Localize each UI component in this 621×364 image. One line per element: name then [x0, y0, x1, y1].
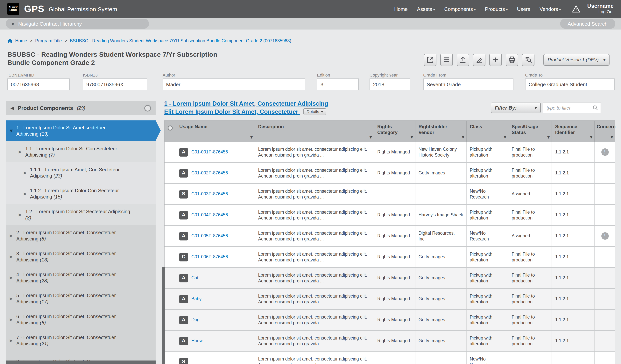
sequence-identifier-cell: 1.1.2.1 [552, 289, 595, 309]
tree-item[interactable]: ▶3 - Lorem Ipsum Dolor Sit Amet, Consect… [6, 246, 155, 267]
field-grade-from: Grade From [423, 73, 514, 90]
table-row: SC01-003P-876456Lorem ipsum dolor sit am… [165, 184, 615, 205]
tree-item[interactable]: ▶1.1.2 - Lorem Ipsum Dolor Con Secteteur… [6, 183, 155, 204]
filter-by-dropdown[interactable]: Filter By: ▼ [491, 103, 541, 113]
sort-icon[interactable]: ▼ [462, 134, 464, 140]
usage-name-link[interactable]: C01-001P-876456 [191, 149, 228, 155]
usage-name-link[interactable]: C01-004P-876456 [191, 212, 228, 218]
upload-button[interactable] [457, 54, 469, 66]
navigate-contract-hierarchy-button[interactable]: ▶ Navigate Contract Hierarchy [6, 19, 149, 29]
usage-name-link[interactable]: Cat [191, 275, 198, 281]
column-header-class[interactable]: Class▼ [466, 121, 509, 142]
usage-name-link[interactable]: Baby [191, 296, 202, 302]
sidebar-horizontal-scrollbar[interactable] [6, 361, 155, 364]
concern-icon[interactable]: ! [601, 148, 608, 156]
isbn13-input[interactable] [83, 79, 147, 90]
nav-item-home[interactable]: Home [394, 6, 408, 12]
add-button[interactable] [489, 54, 502, 66]
copyright-year-input[interactable] [370, 79, 410, 90]
nav-item-users[interactable]: Users [517, 6, 530, 12]
collapse-panel-icon[interactable]: ◀ [11, 106, 14, 111]
sort-icon[interactable]: ▼ [250, 134, 253, 140]
tree-item[interactable]: ▶2 - Lorem Ipsum Dolor Sit Amet, Consect… [6, 225, 155, 246]
column-header-rights-category[interactable]: Rights Category▼ [374, 121, 415, 142]
breadcrumb-link-3[interactable]: BSUBSC - Reading Wonders Student Workspa… [70, 38, 291, 43]
author-input[interactable] [163, 79, 305, 90]
advanced-search-button[interactable]: Advanced Search [560, 19, 615, 29]
tree-item[interactable]: ▶4 - Lorem Ipsum Dolor Sit Amet, Consect… [6, 267, 155, 288]
tree-item[interactable]: ▶6 - Lorem Ipsum Dolor Sit Amet, Consect… [6, 309, 155, 330]
caret-right-icon[interactable]: ▶ [19, 212, 22, 217]
caret-right-icon[interactable]: ▶ [10, 296, 13, 301]
asset-type-badge: A [179, 274, 188, 282]
usage-name-link[interactable]: Horse [191, 338, 203, 344]
description-cell: Lorem ipsum dolor sit amet, consectetur … [255, 268, 374, 288]
description-cell: Lorem ipsum dolor sit amet, consectetur … [255, 184, 374, 204]
usage-name-link[interactable]: Dog [191, 317, 200, 323]
logout-link[interactable]: Log Out [587, 9, 614, 15]
usage-table: Usage Name▼ Description▼ Rights Category… [164, 120, 615, 364]
alert-icon[interactable] [572, 5, 580, 13]
home-icon[interactable] [7, 38, 13, 43]
caret-right-icon[interactable]: ▶ [10, 317, 13, 322]
sort-icon[interactable]: ▼ [370, 134, 372, 140]
isbn10-input[interactable] [7, 79, 70, 90]
list-view-button[interactable] [440, 54, 453, 66]
breadcrumb-link-1[interactable]: Home [15, 38, 27, 43]
caret-right-icon[interactable]: ▶ [10, 254, 13, 259]
caret-right-icon[interactable]: ▶ [10, 275, 13, 280]
column-header-concern[interactable]: Concern▼ [595, 121, 615, 142]
tree-item[interactable]: ▶1.1.1 - Lorem Ipsum Amet, Con Secteteur… [6, 162, 155, 183]
column-header-description[interactable]: Description▼ [255, 121, 374, 142]
caret-right-icon[interactable]: ▶ [10, 234, 13, 238]
sort-icon[interactable]: ▼ [504, 134, 506, 140]
caret-right-icon[interactable]: ▶ [10, 338, 13, 343]
details-button[interactable]: Details ◀ [303, 108, 326, 115]
nav-item-components[interactable]: Components▾ [444, 6, 476, 12]
sort-icon[interactable]: ▼ [411, 134, 413, 140]
tree-item[interactable]: ▶5 - Lorem Ipsum Dolor Sit Amet, Consect… [6, 288, 155, 309]
sort-icon[interactable]: ▼ [590, 134, 592, 140]
breadcrumb: Home>Program Title>BSUBSC - Reading Wond… [7, 38, 291, 43]
open-in-new-button[interactable] [424, 54, 436, 66]
caret-right-icon[interactable]: ▶ [24, 171, 27, 175]
nav-item-vendors[interactable]: Vendors▾ [539, 6, 561, 12]
grade-to-input[interactable] [525, 79, 615, 90]
nav-item-products[interactable]: Products▾ [485, 6, 508, 12]
column-header-sequence-identifier[interactable]: Sequence Identifier▼ [552, 121, 595, 142]
nav-item-assets[interactable]: Assets▾ [417, 6, 435, 12]
usage-name-link[interactable]: C01-003P-876456 [191, 191, 228, 197]
sort-icon[interactable]: ▼ [547, 134, 550, 140]
column-header-spec-usage-status[interactable]: Spec/Usage Status▼ [509, 121, 552, 142]
edition-input[interactable] [317, 79, 359, 90]
table-vertical-scrollbar[interactable] [162, 267, 165, 364]
breadcrumb-link-2[interactable]: Program Title [35, 38, 62, 43]
sort-icon[interactable]: ▼ [611, 134, 613, 140]
caret-down-icon[interactable]: ▼ [10, 128, 13, 133]
product-version-dropdown[interactable]: Product Version 1 (DEV) ▼ [543, 54, 609, 66]
usage-name-link[interactable]: C01-002P-876456 [191, 170, 228, 176]
caret-right-icon[interactable]: ▶ [24, 191, 27, 196]
column-header-rightsholder-vendor[interactable]: Rightsholder Vendor▼ [415, 121, 467, 142]
column-header-usage-name[interactable]: Usage Name▼ [176, 121, 255, 142]
grade-from-input[interactable] [423, 79, 514, 90]
caret-right-icon[interactable]: ▶ [19, 150, 22, 154]
tree-item[interactable]: ▶1.2 - Lorem Ipsum Dolor Sit Secteteur A… [6, 204, 155, 225]
search-document-button[interactable] [522, 54, 535, 66]
username[interactable]: Username [587, 3, 614, 9]
edit-note-button[interactable] [473, 54, 485, 66]
component-radio[interactable] [144, 105, 151, 111]
tree-item[interactable]: ▶1.1 - Lorem Ipsum Dolor Sit Con Sectete… [6, 142, 155, 162]
brand-logo[interactable]: BLOCK LOGO [7, 3, 19, 15]
tree-item[interactable]: ▶7 - Lorem Ipsum Dolor Sit Amet, Consect… [6, 330, 155, 351]
asset-type-badge: A [179, 316, 188, 324]
tree-item-count: (13) [40, 257, 49, 262]
print-button[interactable] [506, 54, 518, 66]
breadcrumb-separator: > [65, 38, 67, 43]
select-all-radio[interactable] [168, 126, 173, 130]
filter-input[interactable] [543, 103, 601, 113]
tree-item[interactable]: ▼1 - Lorem Ipsum Dolor Sit Amet,sectetue… [6, 120, 155, 141]
concern-icon[interactable]: ! [601, 232, 608, 240]
usage-name-link[interactable]: C01-006P-876456 [191, 254, 228, 260]
usage-name-link[interactable]: C01-005P-876456 [191, 233, 228, 239]
